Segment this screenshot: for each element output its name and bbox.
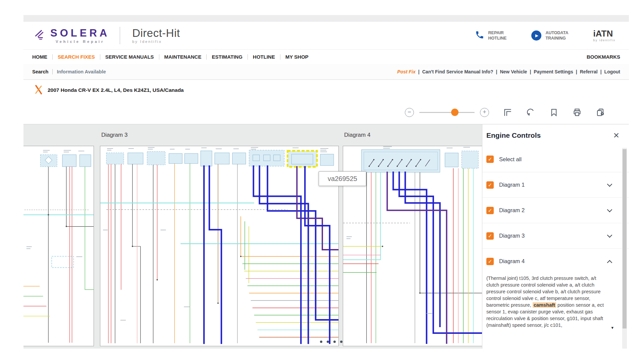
checkbox-diagram-4[interactable]: ✓ — [486, 258, 494, 265]
zoom-out-icon[interactable]: − — [405, 108, 414, 117]
autodata-training-button[interactable]: ▶ AUTODATA TRAINING — [531, 30, 568, 41]
workspace: Diagram 3 Diagram 4 — [23, 124, 629, 349]
nav-item-search-fixes[interactable]: SEARCH FIXES — [58, 54, 95, 60]
payment-settings-link[interactable]: Payment Settings — [534, 69, 573, 74]
brand: SOLERA Vehicle Repair Direct-Hit by Iden… — [32, 27, 180, 44]
zoom-controls: − + — [405, 108, 489, 117]
checkbox-select-all[interactable]: ✓ — [486, 156, 494, 163]
iatn-button[interactable]: iATN by identifix — [593, 29, 615, 42]
product-name: Direct-Hit — [132, 27, 180, 39]
search-match-highlight: camshaft — [533, 302, 556, 308]
page-dots — [320, 341, 342, 343]
chevron-down-icon[interactable] — [607, 181, 612, 187]
bookmark-icon[interactable] — [549, 108, 558, 117]
highlighted-component[interactable] — [287, 151, 317, 167]
solera-logo-icon — [32, 29, 46, 42]
nav-item-hotline[interactable]: HOTLINE — [253, 54, 275, 60]
post-fix-link[interactable]: Post Fix — [397, 69, 415, 74]
diagram4-description: (Thermal joint) t105, 3rd clutch pressur… — [482, 274, 629, 329]
diagram4-label: Diagram 4 — [344, 132, 370, 138]
wiring-diagram-3-graphic[interactable] — [100, 146, 338, 346]
nav-item-bookmarks[interactable]: BOOKMARKS — [587, 54, 620, 60]
row-label: Select all — [499, 156, 522, 163]
identifix-x-icon — [34, 84, 43, 96]
diagram3-label: Diagram 3 — [101, 132, 127, 138]
panel-title: Engine Controls — [486, 131, 541, 139]
sub-nav: Search Information Available Post Fix | … — [23, 64, 629, 80]
row-diagram-3[interactable]: ✓ Diagram 3 — [482, 223, 629, 248]
row-label: Diagram 3 — [499, 233, 525, 239]
nav-item-service-manuals[interactable]: SERVICE MANUALS — [105, 54, 154, 60]
page-dot[interactable] — [320, 341, 322, 343]
iatn-logo: iATN — [593, 29, 613, 38]
solera-tagline: Vehicle Repair — [56, 40, 104, 44]
zoom-slider-handle[interactable] — [451, 109, 459, 116]
scroll-down-icon[interactable]: ▾ — [611, 325, 613, 331]
main-nav: HOME SEARCH FIXES SERVICE MANUALS MAINTE… — [23, 49, 629, 64]
header-actions: REPAIR HOTLINE ▶ AUTODATA TRAINING iATN … — [475, 29, 620, 42]
solera-wordmark: SOLERA Vehicle Repair — [50, 28, 110, 44]
page-dot[interactable] — [327, 341, 329, 343]
zoom-in-icon[interactable]: + — [480, 108, 489, 117]
row-label: Diagram 4 — [499, 258, 525, 264]
fit-view-icon[interactable] — [503, 108, 512, 117]
wiring-diagram-2-graphic[interactable] — [23, 146, 94, 346]
vehicle-bar: 2007 Honda CR-V EX 2.4L, L4, Des K24Z1, … — [23, 80, 629, 101]
panel-scrollbar-thumb[interactable] — [623, 149, 627, 328]
page-dot[interactable] — [333, 341, 336, 343]
zoom-slider[interactable] — [419, 108, 475, 117]
diagram3-panel[interactable] — [100, 146, 339, 346]
diagram2-partial-panel[interactable] — [23, 146, 94, 346]
print-icon[interactable] — [573, 108, 582, 117]
solera-text: SOLERA — [50, 28, 110, 38]
rotate-icon[interactable] — [526, 108, 535, 117]
product-wordmark: Direct-Hit by Identifix — [132, 27, 180, 44]
diagram-toolbar: − + — [23, 101, 629, 124]
row-diagram-1[interactable]: ✓ Diagram 1 — [482, 172, 629, 197]
nav-item-estimating[interactable]: ESTIMATING — [212, 54, 242, 60]
row-label: Diagram 2 — [499, 207, 525, 214]
tab-search[interactable]: Search — [32, 69, 48, 74]
app-window: SOLERA Vehicle Repair Direct-Hit by Iden… — [23, 15, 629, 349]
row-diagram-2[interactable]: ✓ Diagram 2 — [482, 197, 629, 223]
panel-scrollbar[interactable] — [622, 148, 627, 349]
iatn-sub-label: by identifix — [593, 39, 615, 42]
header: SOLERA Vehicle Repair Direct-Hit by Iden… — [23, 22, 629, 49]
diagram-canvas[interactable]: Diagram 3 Diagram 4 — [23, 124, 482, 349]
chevron-down-icon[interactable] — [607, 207, 612, 212]
repair-hotline-label: REPAIR HOTLINE — [488, 30, 507, 41]
nav-item-maintenance[interactable]: MAINTENANCE — [164, 54, 202, 60]
product-tagline: by Identifix — [132, 40, 180, 44]
tooltip-text: va269525 — [328, 175, 357, 183]
cant-find-info-link[interactable]: Can't Find Service Manual Info? — [422, 69, 493, 74]
engine-controls-panel: Engine Controls ✕ ✓ Select all ✓ Diagram… — [482, 124, 629, 349]
vehicle-description[interactable]: 2007 Honda CR-V EX 2.4L, L4, Des K24Z1, … — [48, 87, 184, 93]
checkbox-diagram-3[interactable]: ✓ — [486, 232, 494, 240]
close-icon[interactable]: ✕ — [613, 132, 620, 139]
zoom-slider-track[interactable] — [419, 112, 475, 113]
row-diagram-4[interactable]: ✓ Diagram 4 — [482, 248, 629, 274]
chevron-down-icon[interactable] — [607, 232, 612, 238]
logout-link[interactable]: Logout — [604, 69, 620, 74]
referral-link[interactable]: Referral — [580, 69, 598, 74]
nav-item-my-shop[interactable]: MY SHOP — [285, 54, 309, 60]
play-icon: ▶ — [531, 31, 541, 41]
brand-divider — [120, 27, 120, 44]
copy-pages-icon[interactable] — [596, 108, 605, 117]
repair-hotline-button[interactable]: REPAIR HOTLINE — [475, 30, 507, 41]
chevron-up-icon[interactable] — [607, 260, 612, 265]
row-select-all[interactable]: ✓ Select all — [482, 146, 629, 172]
new-vehicle-link[interactable]: New Vehicle — [500, 69, 527, 74]
checkbox-diagram-1[interactable]: ✓ — [486, 181, 494, 189]
component-tooltip: va269525 — [319, 171, 366, 186]
panel-header: Engine Controls ✕ — [482, 124, 629, 146]
nav-item-home[interactable]: HOME — [32, 54, 47, 60]
page-dot[interactable] — [340, 341, 342, 343]
phone-icon — [475, 30, 484, 41]
row-label: Diagram 1 — [499, 182, 525, 188]
checkbox-diagram-2[interactable]: ✓ — [486, 207, 494, 214]
top-strip — [23, 15, 629, 22]
tab-information-available[interactable]: Information Available — [57, 69, 106, 74]
autodata-training-label: AUTODATA TRAINING — [545, 30, 568, 41]
